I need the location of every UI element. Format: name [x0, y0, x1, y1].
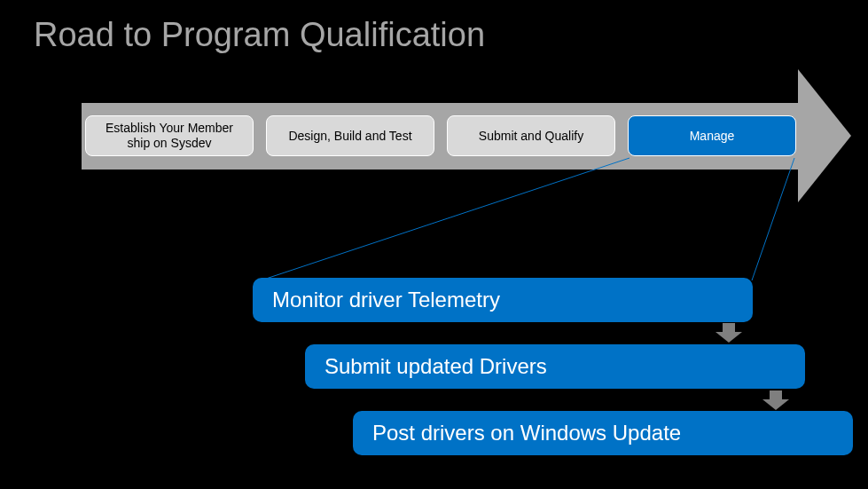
detail-submit-updated-drivers: Submit updated Drivers [305, 344, 805, 389]
stage-design-build-test: Design, Build and Test [266, 115, 434, 156]
stage-label: Design, Build and Test [288, 129, 411, 144]
page-title: Road to Program Qualification [34, 16, 485, 54]
detail-label: Post drivers on Windows Update [372, 421, 681, 446]
stage-label: Submit and Qualify [479, 129, 583, 144]
detail-label: Monitor driver Telemetry [272, 288, 500, 312]
stage-label: Establish Your Member ship on Sysdev [93, 121, 246, 151]
stage-submit-qualify: Submit and Qualify [447, 115, 615, 156]
stage-manage: Manage [628, 115, 796, 156]
detail-label: Submit updated Drivers [325, 354, 547, 379]
stage-label: Manage [690, 129, 735, 144]
down-arrow-icon [762, 390, 789, 410]
detail-monitor-telemetry: Monitor driver Telemetry [253, 278, 753, 322]
svg-line-1 [752, 158, 794, 280]
process-arrow-head-icon [798, 69, 851, 202]
svg-line-0 [255, 158, 629, 282]
stage-establish-membership: Establish Your Member ship on Sysdev [85, 115, 254, 156]
down-arrow-icon [716, 323, 742, 343]
detail-post-windows-update: Post drivers on Windows Update [353, 411, 853, 455]
